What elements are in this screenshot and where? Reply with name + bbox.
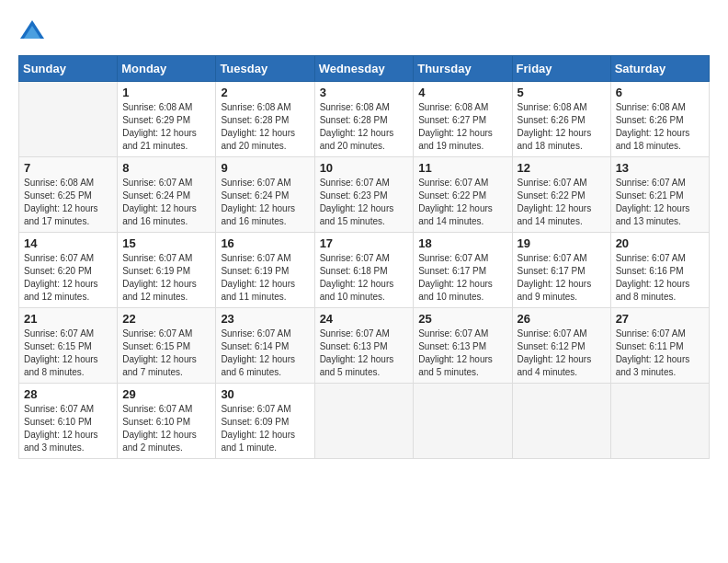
day-info: Sunrise: 6:07 AMSunset: 6:17 PMDaylight:… <box>418 252 506 304</box>
calendar-day-cell: 22Sunrise: 6:07 AMSunset: 6:15 PMDayligh… <box>118 308 216 384</box>
calendar-day-cell: 13Sunrise: 6:07 AMSunset: 6:21 PMDayligh… <box>610 157 709 233</box>
calendar-day-cell: 21Sunrise: 6:07 AMSunset: 6:15 PMDayligh… <box>19 308 118 384</box>
day-info: Sunrise: 6:07 AMSunset: 6:10 PMDaylight:… <box>122 403 210 454</box>
day-number: 30 <box>221 387 309 401</box>
calendar-day-cell: 15Sunrise: 6:07 AMSunset: 6:19 PMDayligh… <box>118 233 216 308</box>
day-info: Sunrise: 6:08 AMSunset: 6:26 PMDaylight:… <box>616 101 704 153</box>
calendar-day-cell: 3Sunrise: 6:08 AMSunset: 6:28 PMDaylight… <box>314 82 414 157</box>
day-number: 21 <box>24 312 112 326</box>
day-number: 29 <box>122 387 210 401</box>
day-info: Sunrise: 6:07 AMSunset: 6:10 PMDaylight:… <box>24 403 112 454</box>
calendar-header-row: SundayMondayTuesdayWednesdayThursdayFrid… <box>19 56 710 82</box>
calendar-day-cell: 10Sunrise: 6:07 AMSunset: 6:23 PMDayligh… <box>314 157 414 233</box>
calendar-week-row: 28Sunrise: 6:07 AMSunset: 6:10 PMDayligh… <box>19 384 710 459</box>
page-header <box>18 18 710 46</box>
day-info: Sunrise: 6:07 AMSunset: 6:24 PMDaylight:… <box>221 177 309 228</box>
day-number: 2 <box>221 86 309 99</box>
day-of-week-header: Friday <box>512 56 610 82</box>
day-info: Sunrise: 6:07 AMSunset: 6:15 PMDaylight:… <box>122 327 210 379</box>
day-of-week-header: Thursday <box>414 56 512 82</box>
day-of-week-header: Saturday <box>610 56 709 82</box>
day-info: Sunrise: 6:07 AMSunset: 6:22 PMDaylight:… <box>418 177 506 228</box>
day-info: Sunrise: 6:07 AMSunset: 6:24 PMDaylight:… <box>122 177 210 228</box>
calendar-day-cell: 5Sunrise: 6:08 AMSunset: 6:26 PMDaylight… <box>512 82 610 157</box>
calendar-day-cell: 16Sunrise: 6:07 AMSunset: 6:19 PMDayligh… <box>216 233 314 308</box>
day-number: 23 <box>221 312 309 326</box>
calendar-table: SundayMondayTuesdayWednesdayThursdayFrid… <box>18 55 710 459</box>
day-info: Sunrise: 6:07 AMSunset: 6:16 PMDaylight:… <box>616 252 704 304</box>
day-info: Sunrise: 6:08 AMSunset: 6:27 PMDaylight:… <box>418 101 506 153</box>
logo-icon <box>18 18 46 46</box>
calendar-day-cell <box>19 82 118 157</box>
calendar-day-cell: 29Sunrise: 6:07 AMSunset: 6:10 PMDayligh… <box>118 384 216 459</box>
calendar-week-row: 21Sunrise: 6:07 AMSunset: 6:15 PMDayligh… <box>19 308 710 384</box>
day-info: Sunrise: 6:07 AMSunset: 6:19 PMDaylight:… <box>122 252 210 304</box>
day-number: 8 <box>122 161 210 175</box>
day-info: Sunrise: 6:07 AMSunset: 6:20 PMDaylight:… <box>24 252 112 304</box>
calendar-day-cell: 2Sunrise: 6:08 AMSunset: 6:28 PMDaylight… <box>216 82 314 157</box>
day-number: 18 <box>418 236 506 250</box>
day-info: Sunrise: 6:07 AMSunset: 6:22 PMDaylight:… <box>518 177 606 228</box>
calendar-day-cell: 6Sunrise: 6:08 AMSunset: 6:26 PMDaylight… <box>610 82 709 157</box>
calendar-day-cell <box>414 384 512 459</box>
calendar-day-cell: 1Sunrise: 6:08 AMSunset: 6:29 PMDaylight… <box>118 82 216 157</box>
calendar-day-cell: 27Sunrise: 6:07 AMSunset: 6:11 PMDayligh… <box>610 308 709 384</box>
day-number: 13 <box>616 161 704 175</box>
calendar-day-cell: 17Sunrise: 6:07 AMSunset: 6:18 PMDayligh… <box>314 233 414 308</box>
day-info: Sunrise: 6:08 AMSunset: 6:29 PMDaylight:… <box>122 101 210 153</box>
calendar-day-cell: 20Sunrise: 6:07 AMSunset: 6:16 PMDayligh… <box>610 233 709 308</box>
calendar-day-cell: 4Sunrise: 6:08 AMSunset: 6:27 PMDaylight… <box>414 82 512 157</box>
day-info: Sunrise: 6:08 AMSunset: 6:28 PMDaylight:… <box>320 101 409 153</box>
calendar-day-cell: 11Sunrise: 6:07 AMSunset: 6:22 PMDayligh… <box>414 157 512 233</box>
calendar-day-cell: 18Sunrise: 6:07 AMSunset: 6:17 PMDayligh… <box>414 233 512 308</box>
day-number: 19 <box>518 236 606 250</box>
day-number: 1 <box>122 86 210 99</box>
day-info: Sunrise: 6:07 AMSunset: 6:13 PMDaylight:… <box>320 327 409 379</box>
day-number: 20 <box>616 236 704 250</box>
calendar-day-cell: 12Sunrise: 6:07 AMSunset: 6:22 PMDayligh… <box>512 157 610 233</box>
day-number: 22 <box>122 312 210 326</box>
day-number: 9 <box>221 161 309 175</box>
day-info: Sunrise: 6:07 AMSunset: 6:21 PMDaylight:… <box>616 177 704 228</box>
day-of-week-header: Sunday <box>19 56 118 82</box>
day-number: 26 <box>518 312 606 326</box>
calendar-day-cell: 8Sunrise: 6:07 AMSunset: 6:24 PMDaylight… <box>118 157 216 233</box>
day-number: 12 <box>518 161 606 175</box>
day-of-week-header: Wednesday <box>314 56 414 82</box>
day-info: Sunrise: 6:08 AMSunset: 6:25 PMDaylight:… <box>24 177 112 228</box>
day-number: 7 <box>24 161 112 175</box>
calendar-day-cell <box>314 384 414 459</box>
calendar-day-cell: 19Sunrise: 6:07 AMSunset: 6:17 PMDayligh… <box>512 233 610 308</box>
calendar-week-row: 14Sunrise: 6:07 AMSunset: 6:20 PMDayligh… <box>19 233 710 308</box>
calendar-day-cell: 30Sunrise: 6:07 AMSunset: 6:09 PMDayligh… <box>216 384 314 459</box>
calendar-week-row: 1Sunrise: 6:08 AMSunset: 6:29 PMDaylight… <box>19 82 710 157</box>
day-info: Sunrise: 6:07 AMSunset: 6:14 PMDaylight:… <box>221 327 309 379</box>
day-number: 11 <box>418 161 506 175</box>
calendar-day-cell: 24Sunrise: 6:07 AMSunset: 6:13 PMDayligh… <box>314 308 414 384</box>
day-number: 25 <box>418 312 506 326</box>
calendar-day-cell: 14Sunrise: 6:07 AMSunset: 6:20 PMDayligh… <box>19 233 118 308</box>
calendar-week-row: 7Sunrise: 6:08 AMSunset: 6:25 PMDaylight… <box>19 157 710 233</box>
day-info: Sunrise: 6:07 AMSunset: 6:18 PMDaylight:… <box>320 252 409 304</box>
calendar-day-cell: 25Sunrise: 6:07 AMSunset: 6:13 PMDayligh… <box>414 308 512 384</box>
day-info: Sunrise: 6:07 AMSunset: 6:13 PMDaylight:… <box>418 327 506 379</box>
day-number: 15 <box>122 236 210 250</box>
day-number: 14 <box>24 236 112 250</box>
day-info: Sunrise: 6:07 AMSunset: 6:17 PMDaylight:… <box>518 252 606 304</box>
day-info: Sunrise: 6:07 AMSunset: 6:11 PMDaylight:… <box>616 327 704 379</box>
day-info: Sunrise: 6:08 AMSunset: 6:26 PMDaylight:… <box>518 101 606 153</box>
calendar-day-cell: 7Sunrise: 6:08 AMSunset: 6:25 PMDaylight… <box>19 157 118 233</box>
logo <box>18 18 50 46</box>
day-info: Sunrise: 6:07 AMSunset: 6:19 PMDaylight:… <box>221 252 309 304</box>
day-number: 17 <box>320 236 409 250</box>
day-number: 16 <box>221 236 309 250</box>
calendar-day-cell <box>512 384 610 459</box>
day-number: 3 <box>320 86 409 99</box>
day-info: Sunrise: 6:07 AMSunset: 6:12 PMDaylight:… <box>518 327 606 379</box>
day-of-week-header: Tuesday <box>216 56 314 82</box>
calendar-day-cell: 9Sunrise: 6:07 AMSunset: 6:24 PMDaylight… <box>216 157 314 233</box>
day-number: 28 <box>24 387 112 401</box>
day-number: 27 <box>616 312 704 326</box>
day-number: 10 <box>320 161 409 175</box>
day-info: Sunrise: 6:07 AMSunset: 6:09 PMDaylight:… <box>221 403 309 454</box>
